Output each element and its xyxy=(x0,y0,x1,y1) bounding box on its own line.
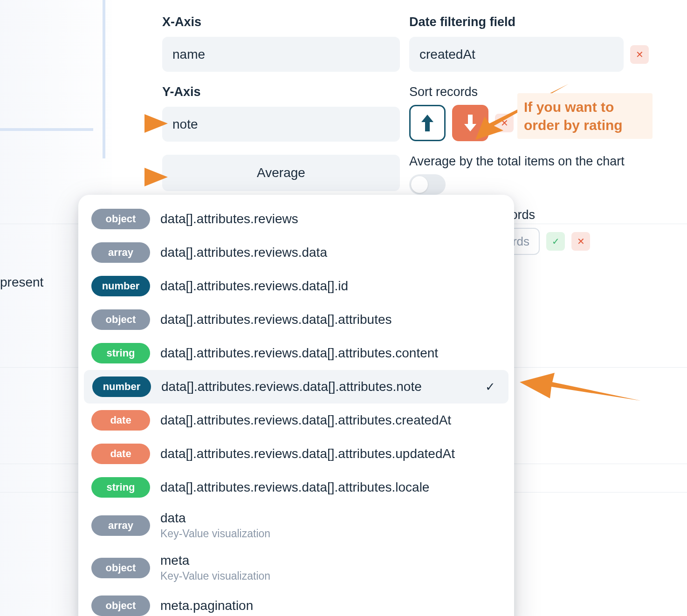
dropdown-item[interactable]: arraydataKey-Value visualization xyxy=(78,504,514,547)
date-filter-input[interactable]: createdAt xyxy=(409,37,624,72)
yaxis-value: note xyxy=(172,117,198,132)
sort-asc-button[interactable] xyxy=(409,105,446,141)
date-filter-clear-button[interactable]: ✕ xyxy=(630,45,649,64)
type-badge-object: object xyxy=(91,209,150,229)
type-badge-string: string xyxy=(91,477,150,498)
dropdown-item[interactable]: numberdata[].attributes.reviews.data[].a… xyxy=(84,370,508,404)
dropdown-item-path: meta xyxy=(160,553,189,568)
dropdown-item-path: meta.pagination xyxy=(160,598,501,613)
background-decoration xyxy=(0,128,93,131)
check-icon: ✓ xyxy=(552,236,560,247)
check-icon: ✓ xyxy=(485,380,495,394)
aggregate-label: Average xyxy=(257,165,305,180)
annotation-callout: If you want to order by rating xyxy=(517,93,653,139)
dropdown-item-path: data[].attributes.reviews.data[].attribu… xyxy=(160,480,501,495)
records-clear-button[interactable]: ✕ xyxy=(571,232,590,251)
dropdown-item[interactable]: arraydata[].attributes.reviews.data xyxy=(78,236,514,269)
close-icon: ✕ xyxy=(636,49,644,60)
avg-toggle[interactable] xyxy=(409,174,446,195)
dropdown-item[interactable]: objectmetaKey-Value visualization xyxy=(78,547,514,589)
field-path-dropdown[interactable]: objectdata[].attributes.reviewsarraydata… xyxy=(78,195,514,616)
dropdown-item-subtitle: Key-Value visualization xyxy=(160,570,270,582)
xaxis-label: X-Axis xyxy=(162,15,400,29)
dropdown-item-path: data[].attributes.reviews.data[].attribu… xyxy=(160,346,501,361)
close-icon: ✕ xyxy=(501,117,508,129)
records-label: cords xyxy=(504,208,652,222)
dropdown-item[interactable]: objectmeta.pagination xyxy=(78,589,514,616)
type-badge-string: string xyxy=(91,343,150,363)
toggle-knob xyxy=(411,176,428,193)
background-text: present xyxy=(0,275,43,290)
dropdown-item-path: data xyxy=(160,511,186,526)
type-badge-array: array xyxy=(91,515,150,536)
yaxis-label: Y-Axis xyxy=(162,85,400,99)
yaxis-input[interactable]: note xyxy=(162,107,400,142)
type-badge-object: object xyxy=(91,309,150,330)
dropdown-item-path: data[].attributes.reviews.data[].attribu… xyxy=(161,379,475,394)
dropdown-item[interactable]: numberdata[].attributes.reviews.data[].i… xyxy=(78,269,514,303)
dropdown-item-path: data[].attributes.reviews.data[].attribu… xyxy=(160,413,501,428)
avg-toggle-label: Average by the total items on the chart xyxy=(409,154,652,169)
type-badge-date: date xyxy=(91,410,150,431)
xaxis-input[interactable]: name xyxy=(162,37,400,72)
dropdown-item[interactable]: objectdata[].attributes.reviews xyxy=(78,202,514,236)
dropdown-item-path: data[].attributes.reviews.data[].attribu… xyxy=(160,312,501,327)
dropdown-item-path: data[].attributes.reviews.data[].id xyxy=(160,279,501,294)
dropdown-item[interactable]: datedata[].attributes.reviews.data[].att… xyxy=(78,404,514,437)
dropdown-item[interactable]: stringdata[].attributes.reviews.data[].a… xyxy=(78,471,514,504)
dropdown-item[interactable]: stringdata[].attributes.reviews.data[].a… xyxy=(78,336,514,370)
close-icon: ✕ xyxy=(577,236,585,247)
annotation-arrow xyxy=(520,373,641,405)
xaxis-value: name xyxy=(172,47,205,62)
date-filter-label: Date filtering field xyxy=(409,15,652,29)
dropdown-item-path: data[].attributes.reviews.data xyxy=(160,245,501,260)
date-filter-value: createdAt xyxy=(419,47,475,62)
dropdown-item[interactable]: datedata[].attributes.reviews.data[].att… xyxy=(78,437,514,471)
background-decoration xyxy=(103,0,105,158)
type-badge-object: object xyxy=(91,558,150,578)
arrow-down-icon xyxy=(464,115,476,131)
sort-desc-button[interactable] xyxy=(452,105,488,141)
arrow-up-icon xyxy=(421,115,433,131)
type-badge-array: array xyxy=(91,242,150,263)
records-confirm-button[interactable]: ✓ xyxy=(546,232,565,251)
dropdown-item-subtitle: Key-Value visualization xyxy=(160,527,270,540)
aggregate-button[interactable]: Average xyxy=(162,155,400,191)
dropdown-item[interactable]: objectdata[].attributes.reviews.data[].a… xyxy=(78,303,514,336)
type-badge-date: date xyxy=(91,444,150,464)
type-badge-number: number xyxy=(92,376,151,397)
type-badge-object: object xyxy=(91,595,150,616)
sort-clear-button[interactable]: ✕ xyxy=(495,114,514,132)
dropdown-item-path: data[].attributes.reviews.data[].attribu… xyxy=(160,446,501,461)
dropdown-item-path: data[].attributes.reviews xyxy=(160,212,501,226)
type-badge-number: number xyxy=(91,276,150,296)
